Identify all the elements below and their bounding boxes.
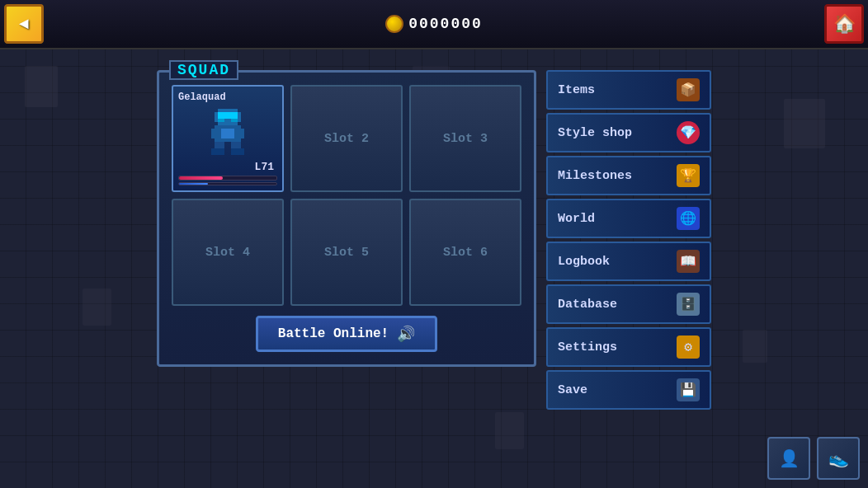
main-content: SQUAD Gelaquad xyxy=(0,54,868,488)
char-level: L71 xyxy=(255,161,277,173)
right-menu: Items 📦 Style shop 💎 Milestones 🏆 World … xyxy=(546,70,711,410)
hp-bar xyxy=(179,176,223,180)
slot-6-label: Slot 6 xyxy=(443,246,488,260)
char-sprite-area xyxy=(178,103,277,161)
character-info: Gelaquad xyxy=(173,87,282,190)
style-shop-icon: 💎 xyxy=(677,121,700,144)
svg-rect-7 xyxy=(211,129,218,138)
menu-item-logbook[interactable]: Logbook 📖 xyxy=(546,242,711,281)
character-button[interactable]: 👤 xyxy=(767,437,810,480)
back-button[interactable]: ◄ xyxy=(4,4,44,44)
svg-rect-4 xyxy=(218,119,224,122)
menu-world-label: World xyxy=(558,212,595,226)
svg-rect-12 xyxy=(211,148,224,155)
coin-icon xyxy=(385,15,403,33)
battle-btn-label: Battle Online! xyxy=(278,326,389,341)
slot-2-label: Slot 2 xyxy=(324,132,369,146)
squad-slot-5[interactable]: Slot 5 xyxy=(290,199,403,306)
svg-rect-13 xyxy=(231,148,244,155)
slot-3-label: Slot 3 xyxy=(443,132,488,146)
squad-slot-1[interactable]: Gelaquad xyxy=(172,85,284,192)
coin-count: 0000000 xyxy=(408,16,483,32)
world-icon: 🌐 xyxy=(677,207,700,230)
char-name: Gelaquad xyxy=(178,92,277,103)
svg-rect-9 xyxy=(221,129,234,138)
squad-slot-2[interactable]: Slot 2 xyxy=(290,85,403,192)
gear-icon: 👟 xyxy=(828,448,849,469)
svg-rect-1 xyxy=(215,112,218,122)
squad-panel: SQUAD Gelaquad xyxy=(157,70,536,367)
menu-save-label: Save xyxy=(558,383,587,397)
logbook-icon: 📖 xyxy=(677,250,700,273)
bottom-right-buttons: 👤 👟 xyxy=(767,437,860,480)
svg-rect-2 xyxy=(238,112,241,122)
gear-button[interactable]: 👟 xyxy=(817,437,860,480)
menu-item-items[interactable]: Items 📦 xyxy=(546,70,711,110)
settings-icon: ⚙️ xyxy=(677,336,700,359)
menu-settings-label: Settings xyxy=(558,340,617,354)
slot-5-label: Slot 5 xyxy=(324,246,369,260)
slot-4-label: Slot 4 xyxy=(205,246,250,260)
squad-slot-6[interactable]: Slot 6 xyxy=(409,199,521,306)
menu-database-label: Database xyxy=(558,298,617,312)
svg-rect-3 xyxy=(218,112,238,119)
save-icon: 💾 xyxy=(677,378,700,401)
home-button[interactable]: 🏠 xyxy=(824,4,864,44)
database-icon: 🗄️ xyxy=(677,293,700,316)
sound-icon: 🔊 xyxy=(397,325,415,343)
char-sprite xyxy=(201,106,254,158)
mp-bar-container xyxy=(178,182,277,185)
battle-btn-area: Battle Online! 🔊 xyxy=(172,316,521,352)
menu-item-style-shop[interactable]: Style shop 💎 xyxy=(546,113,711,152)
menu-milestones-label: Milestones xyxy=(558,169,632,183)
squad-title: SQUAD xyxy=(169,60,238,80)
mp-bar xyxy=(179,183,208,185)
hp-bar-container xyxy=(178,176,277,181)
svg-rect-8 xyxy=(238,129,244,138)
currency-display: 0000000 xyxy=(385,15,483,33)
items-icon: 📦 xyxy=(677,78,700,101)
battle-online-button[interactable]: Battle Online! 🔊 xyxy=(256,316,437,352)
menu-style-shop-label: Style shop xyxy=(558,126,632,140)
top-bar: ◄ 0000000 🏠 xyxy=(0,0,868,49)
squad-grid: Gelaquad xyxy=(172,85,521,306)
character-icon: 👤 xyxy=(779,448,800,469)
menu-item-settings[interactable]: Settings ⚙️ xyxy=(546,327,711,367)
squad-slot-4[interactable]: Slot 4 xyxy=(172,199,284,306)
menu-item-milestones[interactable]: Milestones 🏆 xyxy=(546,156,711,195)
squad-slot-3[interactable]: Slot 3 xyxy=(409,85,521,192)
menu-item-database[interactable]: Database 🗄️ xyxy=(546,284,711,324)
menu-items-label: Items xyxy=(558,83,595,97)
menu-item-save[interactable]: Save 💾 xyxy=(546,370,711,410)
svg-rect-5 xyxy=(231,119,238,122)
milestones-icon: 🏆 xyxy=(677,164,700,187)
menu-logbook-label: Logbook xyxy=(558,255,610,269)
menu-item-world[interactable]: World 🌐 xyxy=(546,199,711,238)
